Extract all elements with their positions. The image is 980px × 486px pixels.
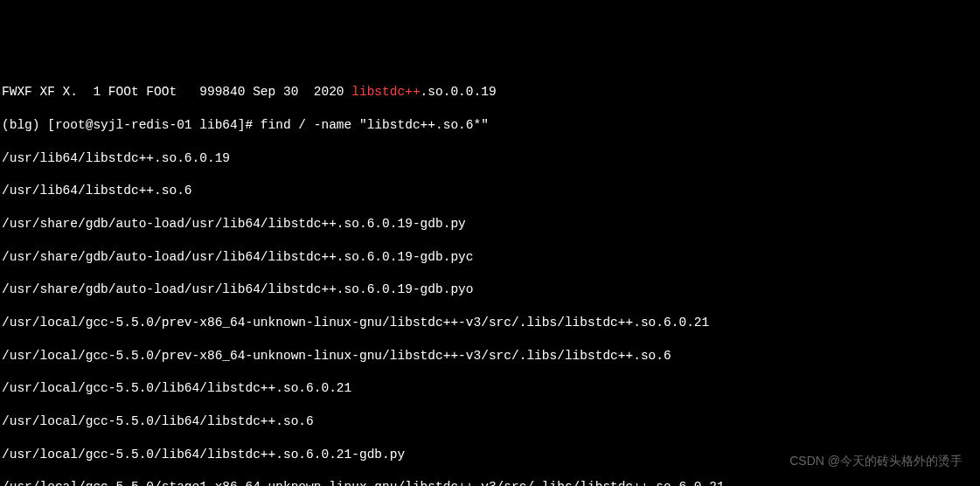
terminal-window[interactable]: FWXF XF X. 1 FOOt FOOt 999840 Sep 30 202… bbox=[2, 67, 978, 486]
output-line: /usr/local/gcc-5.5.0/prev-x86_64-unknown… bbox=[2, 315, 978, 331]
output-line: /usr/lib64/libstdc++.so.6.0.19 bbox=[2, 150, 978, 167]
csdn-watermark: CSDN @今天的砖头格外的烫手 bbox=[789, 453, 963, 469]
output-line: /usr/local/gcc-5.5.0/lib64/libstdc++.so.… bbox=[2, 380, 978, 397]
output-line: /usr/share/gdb/auto-load/usr/lib64/libst… bbox=[2, 249, 978, 266]
output-line: /usr/lib64/libstdc++.so.6 bbox=[2, 183, 978, 199]
ls-output-partial: FWXF XF X. 1 FOOt FOOt 999840 Sep 30 202… bbox=[2, 84, 978, 101]
shell-prompt-find: (blg) [root@syjl-redis-01 lib64]# find /… bbox=[2, 117, 978, 134]
output-line: /usr/local/gcc-5.5.0/prev-x86_64-unknown… bbox=[2, 348, 978, 364]
output-line: /usr/local/gcc-5.5.0/stage1-x86_64-unkno… bbox=[2, 479, 978, 486]
output-line: /usr/local/gcc-5.5.0/lib64/libstdc++.so.… bbox=[2, 413, 978, 430]
output-line: /usr/share/gdb/auto-load/usr/lib64/libst… bbox=[2, 281, 978, 298]
output-line: /usr/share/gdb/auto-load/usr/lib64/libst… bbox=[2, 216, 978, 233]
